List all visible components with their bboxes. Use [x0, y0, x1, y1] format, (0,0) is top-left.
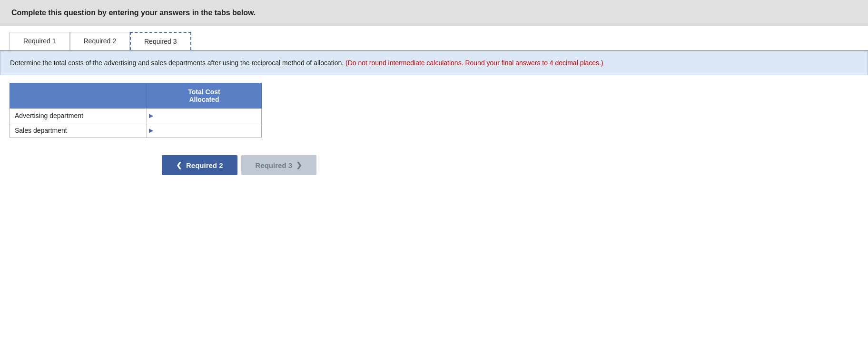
advertising-input[interactable]: [147, 108, 261, 123]
prev-button[interactable]: ❮ Required 2: [162, 155, 237, 175]
table-section: Total CostAllocated Advertising departme…: [0, 75, 868, 146]
table-row: Sales department ▶: [10, 123, 262, 138]
sales-input[interactable]: [147, 123, 261, 138]
tab-required3[interactable]: Required 3: [130, 32, 191, 50]
input-wrapper-sales: ▶: [147, 123, 261, 138]
nav-buttons: ❮ Required 2 Required 3 ❯: [0, 146, 868, 185]
prev-arrow-icon: ❮: [176, 161, 182, 169]
instruction-area: Determine the total costs of the adverti…: [0, 51, 868, 75]
header-banner: Complete this question by entering your …: [0, 0, 868, 26]
arrow-icon-sales: ▶: [149, 127, 153, 134]
table-col-total-cost: Total CostAllocated: [147, 83, 261, 108]
page-wrapper: Complete this question by entering your …: [0, 0, 868, 355]
tab-required3-label: Required 3: [144, 38, 177, 45]
next-button[interactable]: Required 3 ❯: [241, 155, 317, 175]
header-instruction: Complete this question by entering your …: [11, 9, 256, 17]
next-arrow-icon: ❯: [296, 161, 302, 169]
next-button-label: Required 3: [256, 161, 293, 169]
row-sales-label: Sales department: [10, 123, 147, 138]
tab-required2-label: Required 2: [84, 37, 117, 45]
tab-required1-label: Required 1: [23, 37, 56, 45]
row-advertising-label: Advertising department: [10, 108, 147, 123]
instruction-main: Determine the total costs of the adverti…: [10, 59, 344, 67]
tab-required2[interactable]: Required 2: [70, 32, 130, 50]
tabs-container: Required 1 Required 2 Required 3: [0, 26, 868, 51]
tab-required1[interactable]: Required 1: [10, 32, 70, 50]
arrow-icon-advertising: ▶: [149, 112, 153, 119]
table-row: Advertising department ▶: [10, 108, 262, 123]
input-wrapper-advertising: ▶: [147, 108, 261, 123]
table-col-empty: [10, 83, 147, 108]
row-sales-input-cell[interactable]: ▶: [147, 123, 261, 138]
row-advertising-input-cell[interactable]: ▶: [147, 108, 261, 123]
instruction-note: (Do not round intermediate calculations.…: [345, 59, 603, 67]
prev-button-label: Required 2: [186, 161, 223, 169]
cost-table: Total CostAllocated Advertising departme…: [10, 83, 262, 138]
